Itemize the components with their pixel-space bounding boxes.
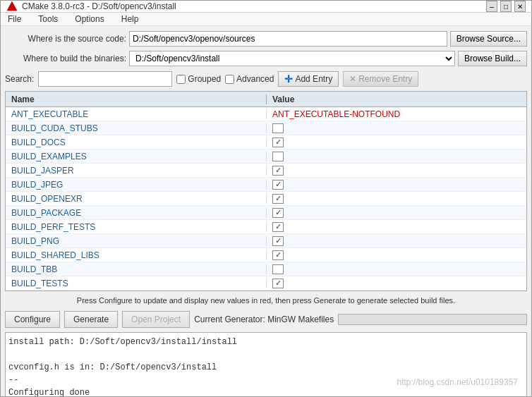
table-row[interactable]: BUILD_OPENEXR (6, 192, 526, 206)
entry-name: BUILD_JASPER (6, 166, 267, 176)
grouped-checkbox-label[interactable]: Grouped (176, 74, 221, 84)
menu-help[interactable]: Help (117, 13, 143, 25)
generate-button[interactable]: Generate (64, 311, 118, 328)
entry-value[interactable] (267, 264, 526, 274)
add-entry-button[interactable]: ✛ Add Entry (278, 71, 339, 87)
maximize-button[interactable]: □ (500, 1, 512, 12)
grouped-checkbox[interactable] (176, 75, 186, 84)
menu-tools[interactable]: Tools (34, 13, 62, 25)
menu-options[interactable]: Options (71, 13, 108, 25)
entry-value[interactable] (267, 180, 526, 190)
entry-checkbox[interactable] (272, 222, 284, 232)
column-value-header: Value (267, 94, 526, 104)
log-area: install path: D:/Soft/opencv3/install/in… (5, 332, 527, 397)
close-button[interactable]: ✕ (514, 1, 526, 12)
source-path-label: Where is the source code: (5, 34, 126, 44)
entry-value[interactable] (267, 123, 526, 133)
entry-checkbox[interactable] (272, 279, 284, 288)
table-row[interactable]: BUILD_PACKAGE (6, 206, 526, 220)
main-content: Where is the source code: Browse Source.… (1, 26, 531, 397)
build-path-select[interactable]: D:/Soft/opencv3/install (129, 51, 455, 66)
entry-name: BUILD_EXAMPLES (6, 152, 267, 161)
table-row[interactable]: BUILD_JASPER (6, 164, 526, 178)
table-row[interactable]: BUILD_PNG (6, 234, 526, 248)
entry-checkbox[interactable] (272, 208, 284, 218)
entry-name: BUILD_SHARED_LIBS (6, 250, 267, 260)
entry-checkbox[interactable] (272, 264, 284, 274)
browse-build-button[interactable]: Browse Build... (458, 51, 527, 66)
entry-name: BUILD_DOCS (6, 138, 267, 147)
advanced-checkbox-label[interactable]: Advanced (225, 74, 274, 84)
add-entry-label: Add Entry (295, 74, 332, 84)
entry-name: BUILD_CUDA_STUBS (6, 123, 267, 133)
log-line: install path: D:/Soft/opencv3/install/in… (8, 336, 524, 348)
entry-checkbox[interactable] (272, 152, 284, 161)
entry-value[interactable]: ANT_EXECUTABLE-NOTFOUND (267, 109, 526, 119)
remove-icon: ✕ (349, 74, 356, 84)
entry-checkbox[interactable] (272, 123, 284, 133)
remove-entry-button[interactable]: ✕ Remove Entry (343, 71, 418, 87)
entry-value[interactable] (267, 222, 526, 232)
entry-value[interactable] (267, 236, 526, 246)
entries-table: Name Value ANT_EXECUTABLEANT_EXECUTABLE-… (5, 91, 527, 291)
entry-name: ANT_EXECUTABLE (6, 109, 267, 119)
build-path-row: Where to build the binaries: D:/Soft/ope… (5, 50, 527, 67)
entry-name: BUILD_OPENEXR (6, 194, 267, 204)
search-label: Search: (5, 74, 34, 84)
table-row[interactable]: ANT_EXECUTABLEANT_EXECUTABLE-NOTFOUND (6, 107, 526, 121)
entry-value[interactable] (267, 152, 526, 161)
table-row[interactable]: BUILD_PERF_TESTS (6, 220, 526, 234)
entry-value[interactable] (267, 166, 526, 176)
plus-icon: ✛ (284, 73, 293, 85)
table-row[interactable]: BUILD_CUDA_STUBS (6, 121, 526, 135)
titlebar-title: CMake 3.8.0-rc3 - D:/Soft/opencv3/instal… (22, 1, 176, 11)
source-path-input[interactable] (129, 31, 447, 47)
table-row[interactable]: BUILD_SHARED_LIBS (6, 248, 526, 262)
log-line: Configuring done (8, 386, 524, 397)
table-row[interactable]: BUILD_TBB (6, 262, 526, 276)
entry-name: BUILD_PNG (6, 236, 267, 246)
table-scroll[interactable]: ANT_EXECUTABLEANT_EXECUTABLE-NOTFOUNDBUI… (6, 107, 526, 291)
open-project-button[interactable]: Open Project (122, 311, 190, 328)
table-row[interactable]: BUILD_EXAMPLES (6, 149, 526, 164)
entry-checkbox[interactable] (272, 138, 284, 147)
entry-name: BUILD_TESTS (6, 279, 267, 288)
entry-value[interactable] (267, 138, 526, 147)
entry-checkbox[interactable] (272, 250, 284, 260)
entry-name: BUILD_JPEG (6, 180, 267, 190)
menubar: File Tools Options Help (1, 13, 531, 26)
progress-bar (338, 314, 527, 325)
entry-checkbox[interactable] (272, 194, 284, 204)
table-header: Name Value (6, 92, 526, 107)
entry-value[interactable] (267, 279, 526, 288)
entry-name: BUILD_PERF_TESTS (6, 222, 267, 232)
table-row[interactable]: BUILD_DOCS (6, 135, 526, 149)
remove-entry-label: Remove Entry (358, 74, 412, 84)
entry-value[interactable] (267, 250, 526, 260)
entry-name: BUILD_TBB (6, 264, 267, 274)
search-input[interactable] (38, 71, 172, 87)
entry-value[interactable] (267, 208, 526, 218)
toolbar-row: Search: Grouped Advanced ✛ Add Entry ✕ R… (5, 70, 527, 88)
entry-checkbox[interactable] (272, 166, 284, 176)
log-line: cvconfig.h is in: D:/Soft/opencv3/instal… (8, 361, 524, 374)
table-row[interactable]: BUILD_TESTS (6, 276, 526, 291)
log-line: -- (8, 374, 524, 386)
log-line (8, 348, 524, 361)
cmake-icon (6, 1, 18, 12)
column-name-header: Name (6, 94, 267, 104)
grouped-label: Grouped (188, 74, 221, 84)
menu-file[interactable]: File (4, 13, 25, 25)
entry-checkbox[interactable] (272, 180, 284, 190)
browse-source-button[interactable]: Browse Source... (450, 31, 527, 47)
button-row: Configure Generate Open Project Current … (5, 310, 527, 329)
minimize-button[interactable]: – (486, 1, 497, 12)
titlebar-controls: – □ ✕ (486, 1, 526, 12)
table-row[interactable]: BUILD_JPEG (6, 178, 526, 192)
entry-checkbox[interactable] (272, 236, 284, 246)
source-path-row: Where is the source code: Browse Source.… (5, 30, 527, 47)
advanced-checkbox[interactable] (225, 75, 234, 84)
entry-name: BUILD_PACKAGE (6, 208, 267, 218)
entry-value[interactable] (267, 194, 526, 204)
configure-button[interactable]: Configure (5, 311, 60, 328)
